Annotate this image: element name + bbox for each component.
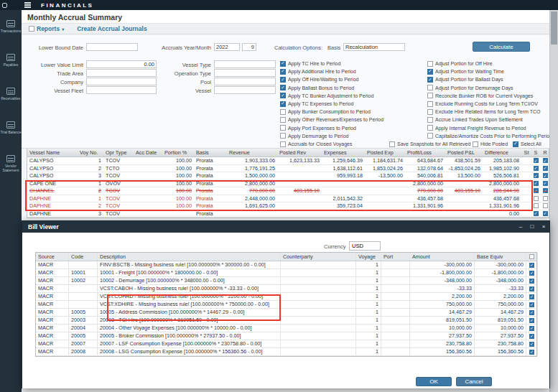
checkbox-box[interactable] bbox=[280, 133, 286, 139]
scrollbar-thumb[interactable] bbox=[551, 11, 557, 45]
column-header[interactable]: Revenue bbox=[227, 149, 277, 157]
row-checkbox-s[interactable] bbox=[534, 181, 539, 186]
checkbox-box[interactable] bbox=[280, 77, 286, 83]
row-checkbox-s[interactable] bbox=[534, 158, 539, 163]
checkbox-adjust-portion-for-off-hire[interactable]: Adjust Portion for Off Hire bbox=[427, 60, 493, 67]
checkbox-capitalize-amortize-costs-prior-to-performing-period[interactable]: Capitalize/Amortize Costs Prior to Perfo… bbox=[427, 133, 552, 139]
checkbox-apply-off-hire-waiting-to-period[interactable]: Apply Off Hire/Waiting to Period bbox=[280, 76, 358, 83]
checkbox-box[interactable] bbox=[280, 61, 286, 67]
lower-bound-date-input[interactable] bbox=[86, 43, 138, 51]
column-header[interactable]: Amount bbox=[410, 253, 475, 261]
checkbox-box[interactable] bbox=[389, 141, 395, 147]
row-checkbox[interactable] bbox=[529, 294, 534, 299]
bill-row[interactable]: MACRVCST:CABOH - Missing business rule! … bbox=[36, 285, 536, 293]
checkbox-box[interactable] bbox=[280, 109, 286, 115]
maximize-button[interactable]: □ bbox=[526, 221, 538, 233]
cancel-button[interactable]: Cancel bbox=[456, 377, 492, 386]
column-header[interactable]: Posted Exp bbox=[365, 149, 405, 157]
bill-row[interactable]: MACR2000820008 - LSG Consumption Expense… bbox=[36, 348, 536, 356]
accruals-year-input[interactable] bbox=[214, 43, 240, 51]
table-row[interactable]: CAPE ONE1OVOV100.00Prorata2,800,000.002,… bbox=[27, 180, 549, 188]
checkbox-box[interactable] bbox=[427, 125, 433, 131]
row-checkbox[interactable] bbox=[529, 263, 534, 268]
checkbox-adjust-portion-for-demurrage-days[interactable]: Adjust Portion for Demurrage Days bbox=[427, 85, 513, 91]
checkbox-box[interactable] bbox=[280, 117, 286, 123]
column-header[interactable]: Difference bbox=[483, 149, 521, 157]
bill-row[interactable]: MACR1000210002 - Demurrage [100.000000% … bbox=[36, 277, 536, 285]
checkbox-box[interactable] bbox=[280, 85, 286, 90]
checkbox-reconcile-bunker-rob-for-current-voyages[interactable]: Reconcile Bunker ROB for Current Voyages bbox=[427, 93, 533, 99]
row-checkbox-s[interactable] bbox=[534, 203, 539, 208]
column-header[interactable]: S bbox=[531, 149, 540, 157]
checkbox-save-snapshots-for-all-retrieved[interactable]: Save Snapshots for All Retrieved bbox=[389, 141, 470, 147]
row-checkbox-r[interactable] bbox=[543, 158, 548, 163]
sidebar-item-payables[interactable]: Payables bbox=[0, 54, 22, 67]
close-button[interactable]: × bbox=[538, 221, 549, 233]
checkbox-apply-demurrage-to-period[interactable]: Apply Demurrage to Period bbox=[280, 133, 348, 139]
checkbox-apply-tc-hire-to-period[interactable]: Apply TC Hire to Period bbox=[280, 60, 340, 67]
row-checkbox[interactable] bbox=[529, 318, 534, 323]
table-row[interactable]: CALYPSO3TCOV100.00Prorata1,500,000.00959… bbox=[27, 172, 549, 180]
column-header[interactable]: R bbox=[540, 149, 550, 157]
create-accrual-journals-button[interactable]: Create Accrual Journals bbox=[77, 25, 147, 32]
bill-row[interactable]: MACR1000110001 - Freight [100.000000% * … bbox=[36, 269, 536, 277]
column-header[interactable]: Code bbox=[69, 253, 98, 261]
minimize-button[interactable]: – bbox=[515, 221, 526, 233]
operation-type-input[interactable] bbox=[214, 69, 276, 77]
checkbox-adjust-portion-for-waiting-time[interactable]: Adjust Portion for Waiting Time bbox=[427, 68, 504, 75]
row-checkbox[interactable] bbox=[529, 279, 534, 284]
basis-input[interactable] bbox=[343, 43, 405, 51]
checkbox-apply-internal-freight-revenue-to-period[interactable]: Apply Internal Freight Revenue to Period bbox=[427, 125, 526, 131]
bill-row[interactable]: MACRFINV:BSCTB - Missing business rule! … bbox=[36, 261, 536, 269]
sidebar-item-trial-balance[interactable]: Trial Balance bbox=[0, 121, 22, 134]
row-checkbox-r[interactable] bbox=[543, 166, 548, 171]
row-checkbox-s[interactable] bbox=[534, 211, 539, 216]
checkbox-box[interactable] bbox=[427, 133, 433, 139]
checkbox-box[interactable] bbox=[280, 141, 286, 147]
select-all-checkbox[interactable] bbox=[529, 254, 534, 259]
column-header[interactable]: Profit/Loss bbox=[405, 149, 445, 157]
column-header[interactable]: St bbox=[521, 149, 531, 157]
checkbox-apply-ballast-bonus-to-period[interactable]: Apply Ballast Bonus to Period bbox=[280, 85, 354, 91]
checkbox-box[interactable] bbox=[513, 141, 519, 147]
checkbox-box[interactable] bbox=[427, 93, 433, 98]
row-checkbox-r[interactable] bbox=[543, 188, 548, 193]
row-checkbox[interactable] bbox=[529, 342, 534, 347]
row-checkbox[interactable] bbox=[529, 302, 534, 307]
column-header[interactable]: Port bbox=[381, 253, 410, 261]
sidebar-item-vendor-statement[interactable]: Vendor Statement bbox=[0, 155, 22, 172]
bill-row[interactable]: MACR1000510005 - Address Commission [100… bbox=[36, 309, 536, 317]
row-checkbox-r[interactable] bbox=[543, 211, 548, 216]
row-checkbox-s[interactable] bbox=[534, 196, 539, 201]
column-header[interactable]: Base Equiv bbox=[475, 253, 526, 261]
checkbox-box[interactable] bbox=[280, 69, 286, 75]
column-header[interactable]: Posted P&L bbox=[445, 149, 483, 157]
checkbox-adjust-portion-for-ballast-days[interactable]: Adjust Portion for Ballast Days bbox=[427, 76, 503, 83]
table-row[interactable]: CALYPSO2TCTO100.00Prorata1,776,191.251,6… bbox=[27, 165, 549, 173]
checkbox-box[interactable] bbox=[280, 101, 286, 107]
table-row[interactable]: CALYPSO1TCOV100.00Prorata1,903,333.061,6… bbox=[27, 157, 549, 165]
table-row[interactable]: DAPHNE1TCOV100.00Prorata2,448,000.002,01… bbox=[27, 195, 549, 203]
row-checkbox-r[interactable] bbox=[543, 203, 548, 208]
table-row[interactable]: DAPHNE2TCOV100.00Prorata1,691,625.00359,… bbox=[27, 202, 549, 210]
checkbox-box[interactable] bbox=[427, 101, 433, 107]
column-header[interactable]: Vessel Name bbox=[27, 149, 78, 157]
row-checkbox[interactable] bbox=[529, 334, 534, 339]
currency-input[interactable] bbox=[349, 241, 381, 251]
checkbox-apply-other-revenues-expenses-to-period[interactable]: Apply Other Revenues/Expenses to Period bbox=[280, 116, 383, 123]
checkbox-accrue-linked-trades-upon-settlement[interactable]: Accrue Linked Trades Upon Settlement bbox=[427, 116, 523, 123]
row-checkbox[interactable] bbox=[529, 350, 534, 355]
bill-row[interactable]: MACRVCST:COHAD - Missing business rule! … bbox=[36, 293, 536, 301]
column-header[interactable]: Source bbox=[36, 253, 69, 261]
bill-row[interactable]: MACR2000420004 - Other Voyage Expenses [… bbox=[36, 325, 536, 332]
row-checkbox[interactable] bbox=[529, 310, 534, 315]
checkbox-box[interactable] bbox=[427, 117, 433, 123]
row-checkbox-r[interactable] bbox=[543, 196, 548, 201]
column-header[interactable]: Acc Date bbox=[134, 149, 162, 157]
checkbox-box[interactable] bbox=[473, 141, 478, 147]
checkbox-accruals-for-closed-voyages[interactable]: Accruals for Closed Voyages bbox=[280, 141, 353, 147]
checkbox-hide-posted[interactable]: Hide Posted bbox=[473, 141, 508, 147]
table-row[interactable]: DAPHNE3TCOVProrata0.00 bbox=[27, 210, 549, 218]
bill-row[interactable]: MACRVCST:XDHIRE - Missing business rule!… bbox=[36, 301, 536, 309]
row-checkbox-r[interactable] bbox=[543, 173, 548, 178]
